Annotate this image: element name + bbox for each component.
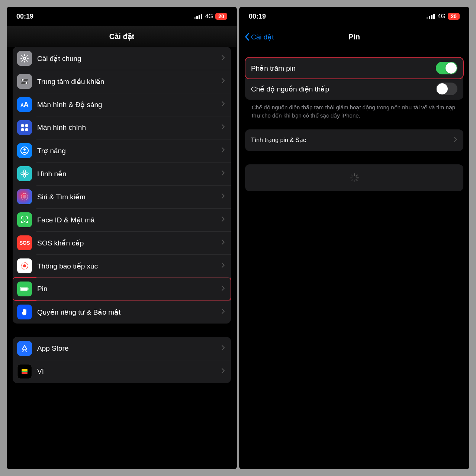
chevron-right-icon [221, 55, 225, 62]
chevron-right-icon [221, 368, 225, 375]
row-label: App Store [37, 344, 221, 353]
low-power-toggle[interactable] [436, 83, 457, 95]
network-label: 4G [438, 13, 446, 20]
loading-group [245, 164, 463, 191]
battery-icon [17, 282, 32, 296]
signal-icon [427, 14, 435, 19]
row-label: Màn hình & Độ sáng [37, 100, 221, 109]
status-right: 4G 20 [194, 13, 227, 20]
row-label: Quyền riêng tư & Bảo mật [37, 308, 221, 316]
settings-row-control[interactable]: Trung tâm điều khiển [13, 70, 231, 93]
row-label: Trung tâm điều khiển [37, 77, 221, 86]
svg-point-14 [21, 173, 24, 175]
svg-rect-27 [22, 369, 28, 371]
battery-badge: 20 [448, 13, 460, 20]
wallet-icon [17, 364, 32, 379]
settings-row-appstore[interactable]: App Store [13, 337, 231, 360]
exposure-icon [17, 258, 32, 273]
svg-point-4 [26, 82, 28, 84]
battery-percent-row-group: Phần trăm pin [245, 57, 463, 79]
battery-percent-row[interactable]: Phần trăm pin [245, 57, 463, 79]
settings-row-wallet[interactable]: Ví [13, 360, 231, 383]
settings-row-sos[interactable]: SOSSOS khẩn cấp [13, 231, 231, 254]
settings-row-wallpaper[interactable]: Hình nền [13, 162, 231, 185]
battery-percent-label: Phần trăm pin [251, 64, 296, 73]
chevron-right-icon [221, 124, 225, 131]
svg-rect-24 [28, 288, 29, 289]
svg-point-18 [23, 219, 24, 219]
chevron-right-icon [221, 216, 225, 223]
low-power-row[interactable]: Chế độ nguồn điện thấp [245, 78, 463, 100]
chevron-right-icon [221, 170, 225, 177]
status-bar: 00:19 4G 20 [7, 7, 237, 26]
row-label: Face ID & Mật mã [37, 216, 221, 224]
svg-rect-6 [25, 124, 28, 127]
row-label: Màn hình chính [37, 123, 221, 132]
low-power-row-group: Chế độ nguồn điện thấp [245, 78, 463, 100]
settings-row-faceid[interactable]: Face ID & Mật mã [13, 208, 231, 231]
settings-row-access[interactable]: Trợ năng [13, 139, 231, 162]
svg-rect-28 [22, 371, 28, 372]
svg-rect-5 [21, 124, 24, 127]
back-label: Cài đặt [251, 33, 274, 41]
switches-icon [17, 74, 32, 89]
svg-point-15 [25, 173, 28, 175]
battery-percent-toggle[interactable] [436, 62, 457, 74]
svg-line-25 [23, 351, 23, 352]
hand-icon [17, 305, 32, 319]
chevron-right-icon [454, 136, 457, 144]
battery-settings: Phần trăm pin Chế độ nguồn điện thấp Chế… [239, 48, 469, 191]
status-time: 00:19 [16, 13, 33, 20]
settings-row-privacy[interactable]: Quyền riêng tư & Bảo mật [13, 300, 231, 324]
row-label: Ví [37, 367, 221, 376]
chevron-right-icon [221, 193, 225, 200]
network-label: 4G [205, 13, 213, 20]
row-label: SOS khẩn cấp [37, 239, 221, 247]
aa-icon: AA [17, 97, 32, 112]
settings-row-siri[interactable]: Siri & Tìm kiếm [13, 185, 231, 208]
chevron-right-icon [221, 262, 225, 270]
svg-rect-29 [22, 372, 28, 374]
person-icon [17, 143, 32, 158]
chevron-right-icon [221, 308, 225, 316]
face-icon [17, 212, 32, 227]
svg-point-13 [24, 174, 26, 177]
svg-point-19 [25, 219, 26, 219]
siri-icon [17, 189, 32, 204]
page-title-label: Pin [348, 33, 360, 41]
settings-row-battery[interactable]: Pin [13, 277, 231, 300]
chevron-right-icon [221, 101, 225, 108]
battery-health-row[interactable]: Tình trạng pin & Sạc [245, 129, 463, 151]
battery-badge: 20 [215, 13, 227, 20]
chevron-right-icon [221, 147, 225, 154]
row-label: Trợ năng [37, 147, 221, 155]
status-bar: 00:19 4G 20 [239, 7, 469, 26]
chevron-right-icon [221, 78, 225, 85]
chevron-right-icon [221, 239, 225, 247]
svg-point-2 [22, 79, 24, 81]
settings-group: Cài đặt chungTrung tâm điều khiểnAAMàn h… [13, 47, 231, 324]
low-power-label: Chế độ nguồn điện thấp [251, 85, 329, 93]
settings-row-general[interactable]: Cài đặt chung [13, 47, 231, 70]
svg-point-21 [23, 264, 26, 267]
settings-group: App StoreVí [13, 337, 231, 383]
phone-left: 00:19 4G 20 Cài đặt Cài đặt chungTrung t… [7, 7, 237, 469]
signal-icon [194, 14, 202, 19]
settings-list[interactable]: Cài đặt chungTrung tâm điều khiểnAAMàn h… [7, 47, 237, 469]
grid-icon [17, 120, 32, 135]
loading-row [245, 164, 463, 191]
svg-point-0 [23, 57, 26, 60]
row-label: Hình nền [37, 170, 221, 178]
svg-rect-8 [25, 128, 28, 131]
flower-icon [17, 166, 32, 181]
back-button[interactable]: Cài đặt [244, 33, 274, 41]
svg-rect-23 [21, 288, 27, 290]
settings-row-display[interactable]: AAMàn hình & Độ sáng [13, 93, 231, 116]
appstore-icon [17, 341, 32, 356]
settings-row-exposure[interactable]: Thông báo tiếp xúc [13, 254, 231, 277]
svg-point-17 [23, 195, 26, 199]
settings-row-home[interactable]: Màn hình chính [13, 116, 231, 139]
chevron-right-icon [221, 285, 225, 293]
spinner-icon [350, 173, 359, 182]
row-label: Thông báo tiếp xúc [37, 262, 221, 270]
